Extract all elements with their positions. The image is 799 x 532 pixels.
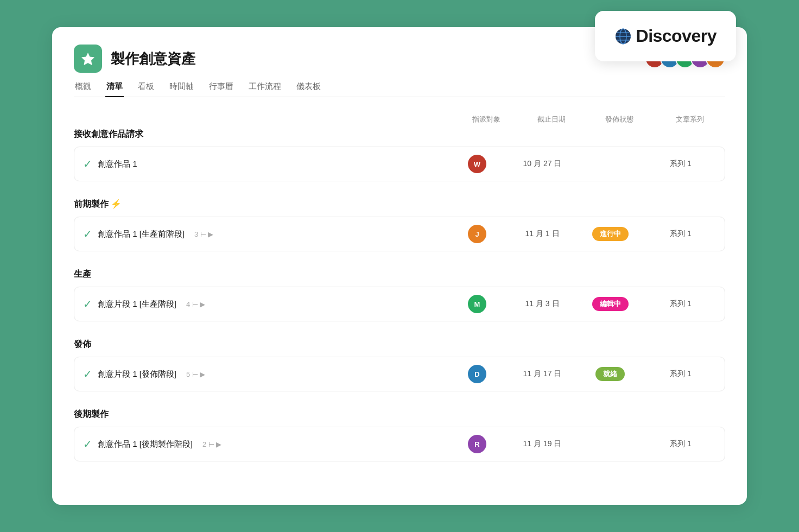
col-series-header: 文章系列 bbox=[655, 115, 725, 124]
task-name: 創意作品 1 bbox=[98, 159, 137, 169]
content: 指派對象 截止日期 發佈狀態 文章系列 接收創意作品請求 ✓ 創意作品 1 W bbox=[74, 115, 725, 461]
col-date-val: 11 月 3 日 bbox=[510, 299, 575, 309]
check-icon: ✓ bbox=[83, 297, 92, 311]
svg-marker-5 bbox=[81, 53, 94, 65]
task-name: 創意片段 1 [生產階段] bbox=[98, 299, 176, 309]
table-row[interactable]: ✓ 創意片段 1 [發佈階段] 5 ⊢ ▶ D 11 月 17 日 就緒 系列 … bbox=[74, 357, 725, 391]
table-row[interactable]: ✓ 創意片段 1 [生產階段] 4 ⊢ ▶ M 11 月 3 日 編輯中 系列 … bbox=[74, 287, 725, 321]
check-icon: ✓ bbox=[83, 227, 92, 240]
tab-overview[interactable]: 概觀 bbox=[74, 77, 92, 97]
section-preproduction: 前期製作 ⚡ ✓ 創意作品 1 [生產前階段] 3 ⊢ ▶ J 11 月 1 日… bbox=[74, 199, 725, 251]
task-left: ✓ 創意片段 1 [發佈階段] 5 ⊢ ▶ bbox=[83, 368, 445, 381]
col-date-header: 截止日期 bbox=[519, 115, 584, 124]
task-name: 創意片段 1 [發佈階段] bbox=[98, 369, 176, 379]
star-icon bbox=[80, 51, 96, 66]
app-icon bbox=[74, 45, 102, 73]
tab-board[interactable]: 看板 bbox=[137, 77, 155, 97]
col-assignee-val: W bbox=[445, 155, 510, 173]
check-icon: ✓ bbox=[83, 368, 92, 381]
header-left: 製作創意資產 bbox=[74, 45, 195, 73]
task-meta: 5 ⊢ ▶ bbox=[186, 370, 205, 378]
col-assignee-val: J bbox=[445, 225, 510, 243]
task-meta: 3 ⊢ ▶ bbox=[194, 230, 213, 238]
discovery-label: Discovery bbox=[636, 26, 716, 46]
task-avatar: R bbox=[468, 435, 486, 453]
col-assignee-val: D bbox=[445, 365, 510, 383]
section-production: 生產 ✓ 創意片段 1 [生產階段] 4 ⊢ ▶ M 11 月 3 日 編輯中 bbox=[74, 269, 725, 321]
task-left: ✓ 創意作品 1 [後期製作階段] 2 ⊢ ▶ bbox=[83, 438, 445, 451]
main-card: 製作創意資產 A B C D E 概觀 清單 看板 時間軸 行事曆 工作流程 儀… bbox=[52, 27, 747, 505]
task-avatar: M bbox=[468, 295, 486, 313]
tab-timeline[interactable]: 時間軸 bbox=[168, 77, 195, 97]
col-date-val: 11 月 1 日 bbox=[510, 229, 575, 239]
col-assignee-header: 指派對象 bbox=[454, 115, 519, 124]
task-left: ✓ 創意作品 1 [生產前階段] 3 ⊢ ▶ bbox=[83, 227, 445, 240]
section-receive-title: 接收創意作品請求 bbox=[74, 129, 143, 140]
col-assignee-val: R bbox=[445, 435, 510, 453]
section-postproduction: 後期製作 ✓ 創意作品 1 [後期製作階段] 2 ⊢ ▶ R 11 月 19 日… bbox=[74, 409, 725, 461]
table-row[interactable]: ✓ 創意作品 1 [生產前階段] 3 ⊢ ▶ J 11 月 1 日 進行中 系列… bbox=[74, 217, 725, 251]
section-preproduction-title: 前期製作 ⚡ bbox=[74, 199, 122, 210]
check-icon: ✓ bbox=[83, 438, 92, 451]
task-meta: 2 ⊢ ▶ bbox=[202, 440, 221, 448]
col-series-val: 系列 1 bbox=[645, 369, 716, 379]
nav-tabs: 概觀 清單 看板 時間軸 行事曆 工作流程 儀表板 bbox=[74, 77, 725, 97]
table-row[interactable]: ✓ 創意作品 1 [後期製作階段] 2 ⊢ ▶ R 11 月 19 日 系列 1 bbox=[74, 427, 725, 461]
task-left: ✓ 創意作品 1 bbox=[83, 157, 445, 170]
section-preproduction-header: 前期製作 ⚡ bbox=[74, 199, 725, 210]
tab-workflow[interactable]: 工作流程 bbox=[248, 77, 282, 97]
col-date-val: 11 月 19 日 bbox=[510, 439, 575, 449]
tab-calendar[interactable]: 行事曆 bbox=[208, 77, 234, 97]
col-assignee-val: M bbox=[445, 295, 510, 313]
section-receive-header: 接收創意作品請求 bbox=[74, 129, 725, 140]
section-publish: 發佈 ✓ 創意片段 1 [發佈階段] 5 ⊢ ▶ D 11 月 17 日 就緒 bbox=[74, 339, 725, 391]
section-publish-header: 發佈 bbox=[74, 339, 725, 350]
check-icon: ✓ bbox=[83, 157, 92, 170]
col-series-val: 系列 1 bbox=[645, 299, 716, 309]
col-series-val: 系列 1 bbox=[645, 159, 716, 169]
column-headers: 指派對象 截止日期 發佈狀態 文章系列 bbox=[74, 115, 725, 124]
col-status-val: 就緒 bbox=[575, 367, 645, 381]
section-production-header: 生產 bbox=[74, 269, 725, 280]
section-production-title: 生產 bbox=[74, 269, 91, 280]
table-row[interactable]: ✓ 創意作品 1 W 10 月 27 日 系列 1 bbox=[74, 147, 725, 181]
col-series-val: 系列 1 bbox=[645, 229, 716, 239]
col-series-val: 系列 1 bbox=[645, 439, 716, 449]
col-date-val: 11 月 17 日 bbox=[510, 369, 575, 379]
section-postproduction-header: 後期製作 bbox=[74, 409, 725, 420]
status-badge: 進行中 bbox=[592, 227, 629, 241]
page-wrapper: Discovery 製作創意資產 A B C D E 概 bbox=[52, 27, 747, 505]
task-name: 創意作品 1 [後期製作階段] bbox=[98, 439, 193, 449]
tab-list[interactable]: 清單 bbox=[105, 77, 124, 97]
task-avatar: W bbox=[468, 155, 486, 173]
col-status-val: 編輯中 bbox=[575, 297, 645, 311]
section-receive: 接收創意作品請求 ✓ 創意作品 1 W 10 月 27 日 系列 1 bbox=[74, 129, 725, 181]
status-badge: 就緒 bbox=[595, 367, 625, 381]
task-avatar: D bbox=[468, 365, 486, 383]
task-left: ✓ 創意片段 1 [生產階段] 4 ⊢ ▶ bbox=[83, 297, 445, 311]
project-title: 製作創意資產 bbox=[111, 49, 195, 68]
section-postproduction-title: 後期製作 bbox=[74, 409, 109, 420]
col-status-val: 進行中 bbox=[575, 227, 645, 241]
status-badge: 編輯中 bbox=[592, 297, 629, 311]
task-avatar: J bbox=[468, 225, 486, 243]
discovery-globe-icon bbox=[614, 28, 632, 45]
task-meta: 4 ⊢ ▶ bbox=[186, 300, 205, 308]
col-status-header: 發佈狀態 bbox=[584, 115, 655, 124]
col-date-val: 10 月 27 日 bbox=[510, 159, 575, 169]
tab-dashboard[interactable]: 儀表板 bbox=[295, 77, 322, 97]
task-name: 創意作品 1 [生產前階段] bbox=[98, 229, 185, 239]
section-publish-title: 發佈 bbox=[74, 339, 91, 350]
discovery-card: Discovery bbox=[595, 11, 736, 61]
